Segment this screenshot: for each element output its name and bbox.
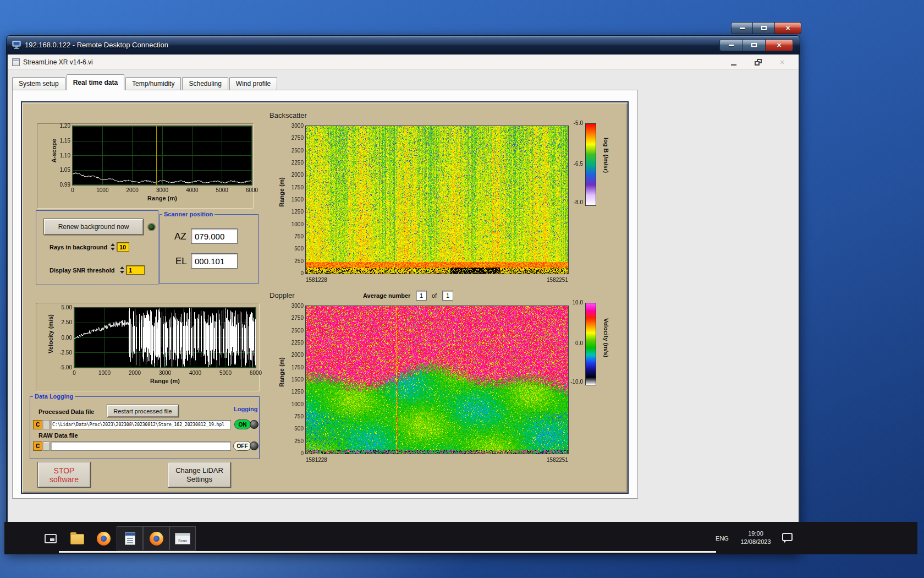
snr-threshold-label: Display SNR threshold (50, 267, 115, 274)
renew-background-button[interactable]: Renew background now (43, 219, 144, 235)
ascope-x-tick: 0 (57, 187, 88, 193)
taskbar-firefox-button[interactable] (90, 526, 117, 550)
spinner-down-icon[interactable] (111, 248, 115, 250)
backscatter-y-tick: 1500 (272, 197, 304, 203)
processed-logging-toggle[interactable]: ON (234, 419, 251, 429)
backscatter-y-tick: 2500 (272, 148, 304, 154)
backscatter-title: Backscatter (270, 111, 307, 119)
processed-drive-select[interactable]: C (33, 420, 42, 429)
doppler-y-tick: 3000 (272, 303, 304, 309)
taskbar-firefox-window-button[interactable] (143, 526, 169, 550)
doppler-y-tick: 2750 (272, 315, 304, 321)
tab-temp-humidity[interactable]: Temp/humidity (125, 77, 181, 90)
host-minimize-button[interactable] (731, 22, 753, 34)
snr-spinner[interactable] (119, 265, 125, 275)
spinner-up-icon[interactable] (120, 266, 124, 269)
action-center-icon[interactable] (782, 533, 793, 541)
backscatter-x-tick: 1581228 (306, 277, 372, 283)
velocity-x-tick: 0 (59, 370, 90, 376)
taskbar-document-app-button[interactable] (117, 526, 143, 550)
rays-spinner[interactable] (110, 242, 116, 252)
tab-scheduling[interactable]: Scheduling (182, 77, 228, 90)
taskbar-task-view-button[interactable] (37, 526, 64, 550)
average-number-label: Average number (363, 292, 410, 299)
el-label: EL (175, 256, 187, 267)
backscatter-colorbar-tick: -5.0 (560, 120, 583, 126)
average-number-input[interactable]: 1 (416, 291, 427, 301)
az-label: AZ (174, 231, 186, 242)
ascope-x-tick: 5000 (207, 187, 238, 193)
raw-logging-toggle[interactable]: OFF (233, 441, 251, 451)
doppler-x-tick: 1582251 (502, 457, 568, 463)
velocity-plot (74, 308, 256, 368)
tab-wind-profile[interactable]: Wind profile (229, 77, 277, 90)
raw-drive-select[interactable]: C (33, 441, 42, 451)
change-lidar-settings-button[interactable]: Change LiDAR Settings (168, 462, 231, 488)
doppler-colorbar-tick: -10.0 (560, 379, 583, 385)
file-explorer-icon (70, 534, 84, 544)
logging-label: Logging (232, 406, 259, 412)
doppler-y-tick: 750 (272, 413, 304, 419)
taskbar-file-explorer-button[interactable] (64, 526, 90, 550)
rdp-maximize-button[interactable] (743, 39, 766, 51)
raw-logging-knob[interactable] (250, 441, 258, 450)
host-maximize-button[interactable] (753, 22, 775, 34)
raw-path-input[interactable] (51, 441, 231, 451)
rdp-minimize-button[interactable] (719, 39, 743, 51)
taskbar-scan-app-button[interactable]: Scan (169, 526, 196, 550)
scan-app-label: Scan (178, 538, 187, 544)
processed-browse-icon[interactable] (43, 420, 50, 429)
stop-button-line1: STOP (54, 466, 75, 475)
document-icon (125, 532, 135, 545)
rdp-close-button[interactable]: × (766, 39, 793, 51)
doppler-colorbar-tick: 10.0 (560, 299, 583, 306)
velocity-x-tick: 4000 (180, 370, 211, 376)
window-edge-highlight (59, 551, 716, 553)
app-close-button[interactable]: × (770, 54, 794, 70)
rays-value-input[interactable]: 10 (117, 242, 129, 252)
ascope-y-tick: 1.05 (38, 167, 70, 173)
stop-software-button[interactable]: STOP software (37, 462, 91, 488)
processed-logging-knob[interactable] (250, 420, 258, 429)
restart-processed-file-button[interactable]: Restart processed file (107, 405, 179, 417)
spinner-down-icon[interactable] (120, 271, 124, 274)
backscatter-heatmap (306, 126, 568, 274)
snr-value-input[interactable]: 1 (126, 265, 145, 275)
stop-button-line2: software (50, 475, 79, 484)
app-minimize-button[interactable] (722, 54, 746, 70)
taskbar-clock[interactable]: 19:00 12/08/2023 (735, 530, 777, 546)
task-view-icon (45, 534, 57, 543)
rdp-window: 192.168.0.122 - Remote Desktop Connectio… (6, 35, 800, 554)
processed-data-file-label: Processed Data file (38, 408, 95, 415)
backscatter-y-tick: 0 (272, 270, 304, 276)
host-close-button[interactable]: × (775, 22, 801, 34)
average-of-label: of (432, 292, 437, 299)
ascope-plot (73, 126, 252, 185)
minimize-icon (729, 45, 734, 46)
host-window-controls: × (731, 22, 801, 34)
app-restore-button[interactable] (746, 54, 770, 70)
processed-path-input[interactable]: C:\Lidar\Data\Proc\2023\202308\20230812\… (51, 420, 231, 429)
az-value: 079.000 (191, 228, 238, 244)
average-total-value: 1 (442, 291, 453, 301)
minimize-icon (731, 64, 736, 66)
tab-system-setup[interactable]: System setup (12, 77, 65, 90)
app-titlebar: StreamLine XR v14-6.vi × (8, 54, 799, 70)
taskbar-language-button[interactable]: ENG (711, 527, 733, 549)
ascope-y-tick: 1.10 (38, 152, 70, 159)
app-window-controls: × (722, 54, 794, 70)
remote-session: StreamLine XR v14-6.vi × System setup Re… (8, 54, 799, 554)
tab-real-time-data[interactable]: Real time data (67, 74, 124, 90)
doppler-heatmap (306, 306, 568, 454)
close-icon: × (777, 41, 781, 49)
backscatter-y-tick: 2750 (272, 135, 304, 141)
spinner-up-icon[interactable] (111, 243, 115, 246)
backscatter-colorbar-tick: -6.5 (560, 161, 583, 167)
app-title: StreamLine XR v14-6.vi (23, 58, 93, 66)
backscatter-y-tick: 1250 (272, 209, 304, 215)
el-value: 000.101 (191, 253, 238, 269)
doppler-y-tick: 2250 (272, 340, 304, 346)
doppler-title: Doppler (270, 291, 295, 299)
maximize-icon (751, 43, 757, 47)
raw-browse-icon[interactable] (43, 441, 50, 451)
